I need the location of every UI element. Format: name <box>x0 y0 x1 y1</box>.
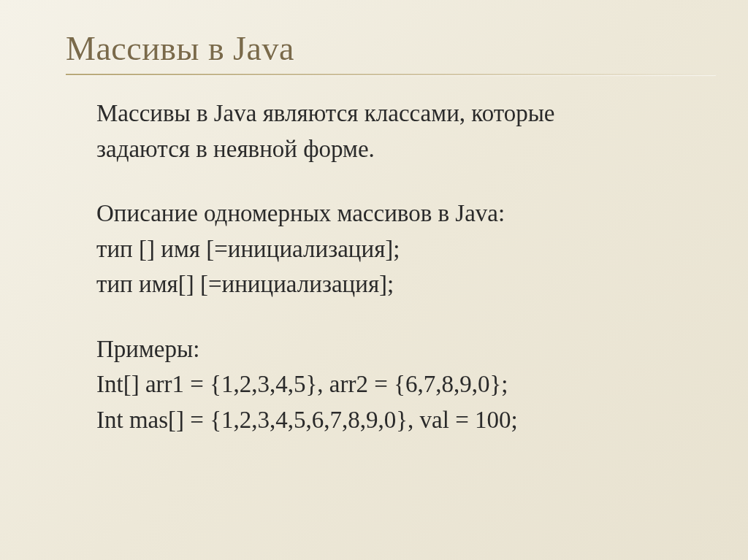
slide-title: Массивы в Java <box>66 29 697 68</box>
description-text: Описание одномерных массивов в Java: <box>96 197 697 230</box>
slide-container: Массивы в Java Массивы в Java являются к… <box>0 0 748 560</box>
example-line1: Int[] arr1 = {1,2,3,4,5}, arr2 = {6,7,8,… <box>96 368 697 401</box>
spacer <box>96 168 697 197</box>
intro-text-line2: задаются в неявной форме. <box>96 133 697 166</box>
spacer <box>96 304 697 333</box>
examples-label: Примеры: <box>96 333 697 366</box>
intro-text-line1: Массивы в Java являются классами, которы… <box>96 97 697 130</box>
syntax-line1: тип [] имя [=инициализация]; <box>96 233 697 266</box>
syntax-line2: тип имя[] [=инициализация]; <box>96 268 697 301</box>
slide-content: Массивы в Java являются классами, которы… <box>66 97 697 436</box>
title-underline <box>66 74 716 75</box>
example-line2: Int mas[] = {1,2,3,4,5,6,7,8,9,0}, val =… <box>96 404 697 437</box>
